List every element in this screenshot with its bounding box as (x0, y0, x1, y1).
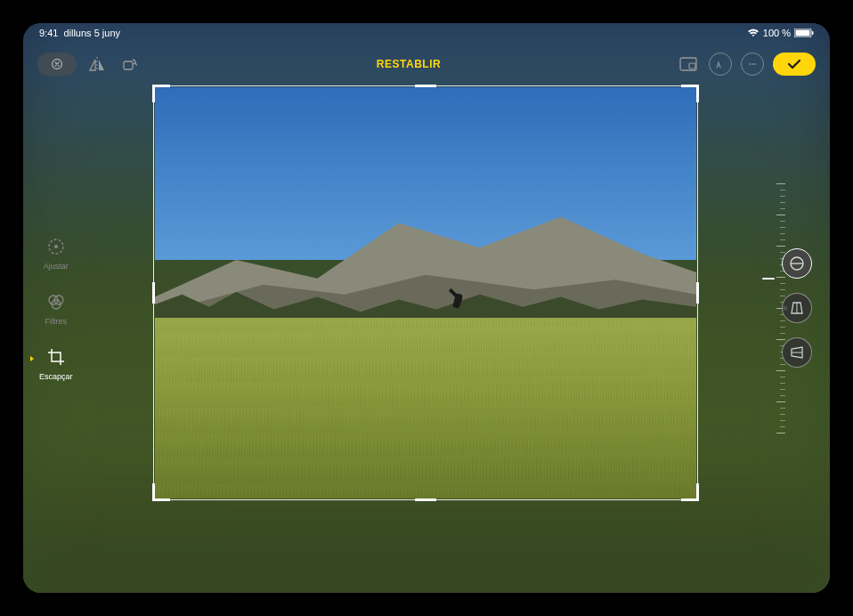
battery-icon (794, 28, 814, 37)
reset-button[interactable]: RESTABLIR (377, 58, 441, 70)
svg-point-10 (754, 63, 756, 65)
slider-tick (780, 196, 785, 197)
slider-tick (776, 215, 785, 215)
horizontal-perspective-button[interactable] (782, 337, 812, 368)
slider-tick (780, 395, 785, 396)
more-button[interactable] (741, 53, 764, 76)
slider-tick (780, 408, 785, 409)
slider-tick (776, 433, 785, 434)
status-date: dilluns 5 juny (63, 28, 120, 38)
sidebar-item-filters[interactable]: Filtres (39, 290, 73, 326)
svg-rect-5 (124, 61, 133, 69)
sidebar-item-adjust[interactable]: Ajustar (39, 235, 73, 271)
svg-point-12 (54, 245, 58, 248)
ipad-frame: 9:41 dilluns 5 juny 100 % (0, 0, 853, 616)
svg-point-9 (751, 63, 753, 65)
crop-canvas[interactable] (155, 87, 696, 498)
svg-rect-7 (689, 63, 695, 69)
flip-horizontal-button[interactable] (85, 53, 109, 76)
rotate-button[interactable] (118, 53, 141, 76)
slider-tick (776, 370, 785, 371)
vertical-perspective-button[interactable] (782, 293, 812, 323)
slider-tick (780, 227, 785, 228)
photo-preview (155, 87, 696, 498)
edit-mode-sidebar: Ajustar Filtres Escapçar (39, 235, 73, 381)
status-bar: 9:41 dilluns 5 juny 100 % (23, 23, 830, 43)
straighten-button[interactable] (782, 248, 812, 279)
slider-tick (780, 426, 785, 427)
filters-icon (45, 290, 68, 313)
svg-point-8 (749, 63, 751, 65)
crop-icon (45, 345, 68, 369)
markup-button[interactable] (709, 53, 732, 76)
status-time: 9:41 (39, 28, 58, 38)
slider-tick (780, 233, 785, 234)
done-button[interactable] (773, 53, 816, 76)
slider-tick (776, 183, 785, 184)
sidebar-item-label: Escapçar (39, 372, 73, 381)
slider-tick (776, 401, 785, 402)
slider-tick (780, 208, 785, 209)
slider-tick (780, 383, 785, 384)
slider-tick (780, 377, 785, 377)
slider-tick (780, 239, 785, 240)
slider-tick (780, 414, 785, 415)
aspect-ratio-button[interactable] (677, 53, 700, 76)
slider-tick (780, 389, 785, 390)
crop-tools (782, 248, 812, 368)
slider-tick (780, 190, 785, 190)
svg-rect-1 (796, 30, 810, 36)
screen: 9:41 dilluns 5 juny 100 % (23, 23, 830, 593)
sidebar-item-label: Ajustar (44, 262, 69, 271)
slider-tick (776, 246, 785, 247)
sidebar-item-label: Filtres (45, 317, 68, 326)
adjust-icon (45, 235, 68, 258)
slider-tick (780, 221, 785, 222)
slider-tick (780, 202, 785, 203)
top-toolbar: RESTABLIR (23, 46, 830, 82)
battery-percent: 100 % (763, 28, 791, 38)
svg-rect-2 (812, 31, 814, 35)
slider-tick (780, 420, 785, 421)
wifi-icon (747, 28, 760, 37)
sidebar-item-crop[interactable]: Escapçar (39, 345, 73, 381)
cancel-button[interactable] (37, 53, 77, 76)
